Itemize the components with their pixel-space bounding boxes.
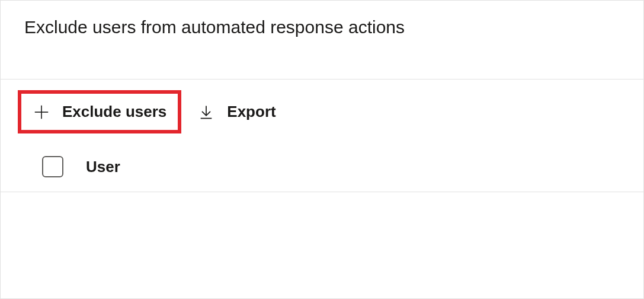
exclude-users-label: Exclude users	[62, 103, 166, 121]
page-title: Exclude users from automated response ac…	[1, 1, 643, 37]
select-all-checkbox[interactable]	[42, 156, 63, 177]
user-column-header: User	[86, 158, 120, 176]
panel: Exclude users from automated response ac…	[0, 0, 644, 299]
toolbar: Exclude users Export	[1, 79, 643, 144]
table-header: User	[1, 156, 643, 192]
download-icon	[197, 103, 215, 121]
export-button[interactable]: Export	[184, 92, 289, 132]
plus-icon	[33, 103, 50, 121]
export-label: Export	[227, 103, 275, 121]
exclude-users-button[interactable]: Exclude users	[20, 92, 180, 132]
